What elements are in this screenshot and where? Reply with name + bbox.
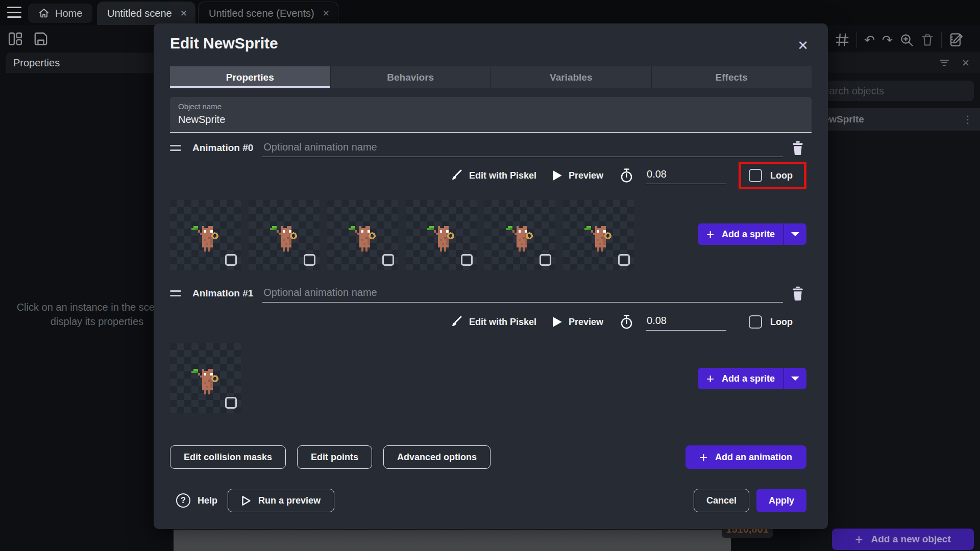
tab-untitled-scene[interactable]: Untitled scene ✕ <box>97 2 195 25</box>
edit-with-piskel-button[interactable]: Edit with Piskel <box>450 316 536 328</box>
close-tab-icon[interactable]: ✕ <box>323 8 330 19</box>
sprite-frame-thumbnail[interactable] <box>406 200 477 270</box>
loop-option: Loop <box>739 308 806 336</box>
sprite-frame-thumbnail[interactable] <box>563 200 634 270</box>
animation-0-toolbar: Edit with Piskel Preview Loop <box>317 160 806 191</box>
loop-label: Loop <box>770 317 793 328</box>
preview-button[interactable]: Preview <box>553 317 603 328</box>
edit-object-dialog: Edit NewSprite ✕ Properties Behaviors Va… <box>154 23 828 529</box>
animation-1-header: Animation #1 <box>170 284 804 303</box>
hamburger-menu-icon[interactable] <box>7 7 21 18</box>
plus-icon: + <box>700 449 707 465</box>
brush-icon <box>450 316 462 328</box>
properties-panel-header: Properties <box>6 53 163 73</box>
zoom-in-icon[interactable] <box>900 33 914 47</box>
sprite-frame-thumbnail[interactable] <box>170 200 241 270</box>
frame-select-checkbox[interactable] <box>225 254 237 266</box>
scene-canvas-edge[interactable] <box>174 530 731 551</box>
add-sprite-button[interactable]: + Add a sprite <box>698 223 806 245</box>
cancel-button[interactable]: Cancel <box>694 489 749 512</box>
add-new-object-button[interactable]: + Add a new object <box>832 529 974 550</box>
run-preview-button[interactable]: Run a preview <box>228 489 334 512</box>
properties-panel-title: Properties <box>13 57 60 69</box>
animation-name-input[interactable] <box>262 139 783 157</box>
filter-icon[interactable] <box>938 57 950 69</box>
sprite-frame-thumbnail[interactable] <box>170 343 241 413</box>
edit-collision-masks-button[interactable]: Edit collision masks <box>170 445 286 469</box>
animation-label: Animation #0 <box>192 142 253 154</box>
add-new-object-label: Add a new object <box>871 534 950 545</box>
animation-name-input[interactable] <box>262 285 783 303</box>
toolbar-divider <box>856 32 857 48</box>
close-panel-icon[interactable]: ✕ <box>962 57 970 69</box>
frame-select-checkbox[interactable] <box>382 254 394 266</box>
sprite-frame-thumbnail[interactable] <box>249 200 320 270</box>
sprite-frame-thumbnail[interactable] <box>327 200 398 270</box>
loop-label: Loop <box>770 170 793 181</box>
add-animation-button[interactable]: + Add an animation <box>685 445 806 469</box>
object-name-field-label: Object name <box>178 102 803 111</box>
sprite-frame-thumbnail[interactable] <box>484 200 555 270</box>
delete-animation-icon[interactable] <box>791 141 804 155</box>
add-sprite-dropdown[interactable] <box>784 368 806 389</box>
tab-home[interactable]: Home <box>28 4 92 23</box>
time-between-frames-input[interactable] <box>646 314 726 331</box>
loop-checkbox[interactable] <box>749 315 762 329</box>
brush-icon <box>450 169 462 182</box>
tab-behaviors[interactable]: Behaviors <box>331 66 492 88</box>
pig-sprite-image <box>189 224 222 254</box>
animation-1-toolbar: Edit with Piskel Preview Loop <box>317 307 806 337</box>
pig-sprite-image <box>189 367 222 396</box>
dialog-footer-row: ? Help Run a preview Cancel Apply <box>176 489 806 512</box>
animation-label: Animation #1 <box>192 288 253 299</box>
edit-with-piskel-button[interactable]: Edit with Piskel <box>450 169 536 182</box>
tab-home-label: Home <box>55 8 82 19</box>
time-between-frames-input[interactable] <box>646 167 726 184</box>
pig-sprite-image <box>346 224 379 254</box>
preview-button[interactable]: Preview <box>553 170 603 181</box>
tab-variables[interactable]: Variables <box>491 66 652 88</box>
help-label: Help <box>198 495 217 506</box>
edit-events-icon[interactable] <box>949 32 964 47</box>
object-name-field[interactable]: Object name NewSprite <box>170 97 812 133</box>
tab-properties[interactable]: Properties <box>170 66 331 88</box>
loop-checkbox[interactable] <box>749 169 762 182</box>
object-menu-icon[interactable]: ⋮ <box>963 113 973 126</box>
undo-icon[interactable]: ↶ <box>864 34 875 46</box>
redo-icon[interactable]: ↷ <box>882 34 893 46</box>
drag-handle-icon[interactable] <box>170 290 181 296</box>
frame-select-checkbox[interactable] <box>225 397 237 409</box>
add-sprite-label: Add a sprite <box>722 373 775 384</box>
tab-effects[interactable]: Effects <box>652 66 812 88</box>
frame-select-checkbox[interactable] <box>540 254 551 266</box>
help-button[interactable]: ? Help <box>176 493 217 508</box>
save-icon[interactable] <box>34 32 48 46</box>
frame-select-checkbox[interactable] <box>618 254 630 266</box>
frame-select-checkbox[interactable] <box>304 254 315 266</box>
objects-search-box[interactable] <box>808 81 974 101</box>
delete-animation-icon[interactable] <box>791 286 804 300</box>
grid-icon[interactable] <box>835 33 849 47</box>
dialog-title: Edit NewSprite <box>170 35 278 52</box>
dialog-close-icon[interactable]: ✕ <box>797 38 808 54</box>
advanced-options-button[interactable]: Advanced options <box>383 445 491 469</box>
pig-sprite-image <box>425 224 457 254</box>
apply-button[interactable]: Apply <box>756 489 806 512</box>
add-sprite-button[interactable]: + Add a sprite <box>698 368 806 389</box>
panels-layout-icon[interactable] <box>8 32 22 46</box>
objects-search-input[interactable] <box>808 81 974 101</box>
drag-handle-icon[interactable] <box>170 145 181 151</box>
top-tab-bar: Home Untitled scene ✕ Untitled scene (Ev… <box>0 0 980 25</box>
add-sprite-dropdown[interactable] <box>784 223 806 245</box>
scene-toolbar-right: ↶ ↷ <box>815 32 964 48</box>
dialog-tab-bar: Properties Behaviors Variables Effects <box>170 66 812 88</box>
close-tab-icon[interactable]: ✕ <box>180 8 187 19</box>
animation-0-frames <box>170 200 634 270</box>
frame-select-checkbox[interactable] <box>461 254 473 266</box>
pig-sprite-image <box>267 224 300 254</box>
tab-untitled-scene-events[interactable]: Untitled scene (Events) ✕ <box>198 2 338 25</box>
edit-points-button[interactable]: Edit points <box>297 445 372 469</box>
delete-icon[interactable] <box>921 33 934 46</box>
plus-icon: + <box>706 371 714 387</box>
time-between-frames-icon <box>620 168 633 183</box>
